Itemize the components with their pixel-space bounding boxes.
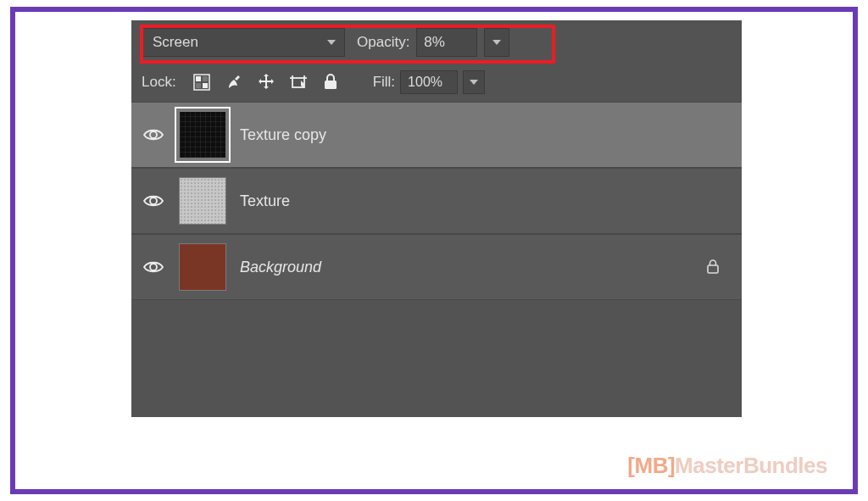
visibility-toggle[interactable] xyxy=(142,123,165,147)
lock-position-button[interactable] xyxy=(256,72,276,92)
fill-label: Fill: xyxy=(373,74,395,91)
layer-row[interactable]: Texture copy xyxy=(131,102,742,168)
lock-artboard-button[interactable] xyxy=(288,72,309,92)
blend-mode-value: Screen xyxy=(153,34,198,51)
opacity-dropdown-button[interactable] xyxy=(484,28,509,57)
chevron-down-icon xyxy=(492,40,501,45)
blend-opacity-row: Screen Opacity: 8% xyxy=(131,20,742,64)
fill-section: Fill: 100% xyxy=(373,70,485,94)
fill-value-text: 100% xyxy=(408,75,442,90)
watermark: [ MB ] Master Bundles xyxy=(627,453,827,479)
layer-thumbnail[interactable] xyxy=(179,243,226,291)
watermark-bracket-close: ] xyxy=(668,453,675,479)
svg-rect-10 xyxy=(325,81,337,89)
visibility-toggle[interactable] xyxy=(142,189,165,213)
svg-point-11 xyxy=(150,131,157,138)
watermark-mb: MB xyxy=(634,453,667,479)
svg-rect-1 xyxy=(196,76,201,81)
svg-point-12 xyxy=(150,198,157,204)
svg-rect-3 xyxy=(196,83,201,88)
chevron-down-icon xyxy=(470,80,478,85)
layer-name[interactable]: Texture copy xyxy=(240,126,732,144)
svg-point-13 xyxy=(150,264,157,270)
fill-input[interactable]: 100% xyxy=(400,70,458,94)
layers-list: Texture copy Texture Background xyxy=(131,102,742,300)
opacity-value-text: 8% xyxy=(424,34,445,51)
watermark-text-bundles: Bundles xyxy=(743,453,827,479)
lock-all-button[interactable] xyxy=(320,72,341,92)
layer-name[interactable]: Background xyxy=(240,259,689,276)
lock-icons-group xyxy=(192,72,341,92)
outer-frame: Screen Opacity: 8% Lock: xyxy=(10,7,858,494)
watermark-text-master: Master xyxy=(675,453,743,479)
lock-pixels-button[interactable] xyxy=(224,72,244,92)
svg-rect-4 xyxy=(203,83,208,88)
lock-icon xyxy=(703,257,723,277)
layer-row[interactable]: Background xyxy=(131,234,742,300)
opacity-label: Opacity: xyxy=(357,34,409,51)
layer-thumbnail[interactable] xyxy=(179,177,226,225)
lock-label: Lock: xyxy=(142,74,176,91)
layer-name[interactable]: Texture xyxy=(240,192,732,210)
lock-fill-row: Lock: Fill: xyxy=(131,64,742,100)
visibility-toggle[interactable] xyxy=(142,255,165,279)
opacity-input[interactable]: 8% xyxy=(416,28,477,57)
svg-rect-14 xyxy=(708,265,718,273)
lock-transparency-button[interactable] xyxy=(192,72,212,92)
svg-rect-2 xyxy=(203,76,208,81)
blend-mode-dropdown[interactable]: Screen xyxy=(142,28,345,57)
fill-dropdown-button[interactable] xyxy=(463,70,485,94)
chevron-down-icon xyxy=(327,40,336,45)
layer-thumbnail[interactable] xyxy=(179,111,226,159)
layers-panel: Screen Opacity: 8% Lock: xyxy=(131,20,742,417)
layer-row[interactable]: Texture xyxy=(131,168,742,234)
watermark-bracket-open: [ xyxy=(627,453,634,479)
